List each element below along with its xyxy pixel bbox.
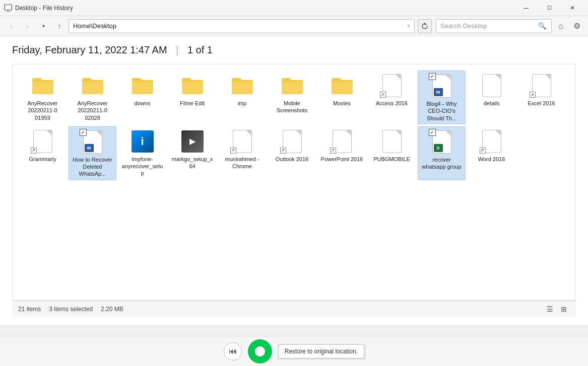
file-name: munirahmed - Chrome — [220, 156, 264, 170]
separator: | — [176, 44, 181, 55]
file-name: AnyRecover 20220211-0 02028 — [71, 100, 114, 121]
address-bar[interactable]: Home\Desktop ▾ — [69, 19, 415, 33]
list-view-button[interactable]: ☰ — [544, 303, 556, 315]
file-item[interactable]: AnyRecover 20220211-0 01959 — [19, 70, 67, 124]
file-item[interactable]: ↗ Word 2016 — [468, 126, 515, 180]
file-name: imp — [238, 100, 247, 107]
file-item[interactable]: ↗ Access 2016 — [368, 70, 416, 124]
page-info: 1 of 1 — [187, 44, 213, 55]
file-icon — [380, 129, 404, 154]
folder-icon — [280, 74, 304, 98]
folder-icon — [31, 74, 55, 98]
item-count: 21 items — [18, 306, 41, 313]
file-name: Grammarly — [29, 156, 56, 163]
titlebar: Desktop - File History — ☐ ✕ — [0, 0, 588, 16]
folder-icon — [330, 74, 354, 98]
up-button[interactable]: ↑ — [52, 19, 67, 33]
main-area: Friday, February 11, 2022 1:47 AM | 1 of… — [0, 36, 588, 325]
setup-icon: i — [130, 129, 155, 154]
word-file-icon: ✓ W — [430, 74, 454, 98]
file-name: imyfone-anyrecover_setup — [120, 156, 164, 177]
view-icons: ☰ ⊞ — [544, 303, 570, 315]
file-item[interactable]: Filme Edit — [168, 70, 216, 124]
selected-count: 3 items selected — [49, 306, 93, 313]
folder-icon — [230, 74, 254, 98]
back-button[interactable]: ‹ — [4, 19, 18, 33]
search-placeholder: Search Desktop — [440, 22, 537, 30]
app-icon — [4, 4, 12, 12]
file-name: How to Recover Deleted WhatsAp... — [71, 156, 114, 178]
file-name: Blog4 - Why CEO-CIO's Should Th... — [420, 100, 463, 122]
file-grid: AnyRecover 20220211-0 01959 AnyRecover 2… — [19, 70, 569, 180]
excel-file-icon: ✓ X — [430, 130, 454, 154]
minimize-button[interactable]: — — [514, 0, 538, 16]
folder-icon — [130, 74, 155, 98]
file-item[interactable]: details — [468, 70, 515, 124]
file-item[interactable]: PUBGMOBILE — [368, 126, 416, 180]
folder-icon — [180, 74, 205, 98]
forward-button[interactable]: › — [20, 19, 34, 33]
search-button[interactable]: 🔍 — [537, 21, 547, 31]
file-item[interactable]: Mobile Screenshots — [268, 70, 316, 124]
file-item[interactable]: ↗ Grammarly — [19, 126, 67, 180]
file-icon — [480, 74, 504, 98]
skip-to-start-button[interactable]: ⏮ — [224, 342, 242, 360]
file-item-recover[interactable]: ✓ X recover whatsapp group — [418, 126, 466, 180]
file-name: PowerPoint 2016 — [321, 156, 363, 163]
setup-icon: ▶ — [180, 129, 205, 154]
file-name: PUBGMOBILE — [373, 156, 410, 163]
file-item[interactable]: ↗ PowerPoint 2016 — [318, 126, 366, 180]
file-name: Filme Edit — [180, 100, 205, 107]
file-name: Mobile Screenshots — [270, 100, 314, 114]
search-bar[interactable]: Search Desktop 🔍 — [436, 19, 552, 33]
address-text: Home\Desktop — [73, 22, 407, 30]
file-name: AnyRecover 20220211-0 01959 — [21, 100, 64, 121]
date-header: Friday, February 11, 2022 1:47 AM | 1 of… — [12, 44, 576, 56]
home-button[interactable]: ⌂ — [554, 19, 568, 33]
file-item[interactable]: imp — [218, 70, 266, 124]
file-item[interactable]: i imyfone-anyrecover_setup — [118, 126, 166, 180]
file-item-blog4[interactable]: ✓ W Blog4 - Why CEO-CIO's Should Th... — [418, 70, 466, 124]
file-icon: ↗ — [330, 129, 354, 154]
file-name: markgo_setup_x64 — [170, 156, 214, 170]
word-file-icon: ✓ W — [81, 130, 105, 154]
restore-button[interactable] — [248, 339, 272, 363]
file-icon: ↗ — [530, 74, 554, 98]
file-item[interactable]: ▶ markgo_setup_x64 — [168, 126, 216, 180]
file-item[interactable]: AnyRecover 20220211-0 02028 — [69, 70, 116, 124]
maximize-button[interactable]: ☐ — [538, 0, 561, 16]
file-size: 2.20 MB — [101, 306, 123, 313]
file-name: Movies — [333, 100, 351, 107]
restore-label: Restore to original location. — [278, 344, 364, 358]
svg-rect-1 — [7, 10, 10, 11]
grid-view-button[interactable]: ⊞ — [558, 303, 570, 315]
file-icon: ↗ — [230, 129, 254, 154]
dropdown-button[interactable]: ▾ — [36, 19, 50, 33]
file-item[interactable]: ↗ Excel 2016 — [517, 70, 565, 124]
refresh-button[interactable] — [418, 19, 432, 33]
file-item[interactable]: ↗ munirahmed - Chrome — [218, 126, 266, 180]
file-item[interactable]: downs — [118, 70, 166, 124]
file-icon: ↗ — [380, 74, 404, 98]
window-title: Desktop - File History — [15, 5, 514, 12]
toolbar: ‹ › ▾ ↑ Home\Desktop ▾ Search Desktop 🔍 … — [0, 16, 588, 36]
folder-icon — [81, 74, 105, 98]
svg-rect-0 — [5, 5, 12, 10]
date-text: Friday, February 11, 2022 1:47 AM — [12, 44, 167, 55]
file-item-howto[interactable]: ✓ W How to Recover Deleted WhatsAp... — [69, 126, 116, 180]
window-controls: — ☐ ✕ — [514, 0, 584, 16]
svg-rect-2 — [6, 11, 11, 12]
file-item[interactable]: ↗ Outlook 2016 — [268, 126, 316, 180]
file-name: Word 2016 — [478, 156, 505, 163]
status-bar: 21 items 3 items selected 2.20 MB ☰ ⊞ — [12, 301, 576, 317]
file-item[interactable]: Movies — [318, 70, 366, 124]
file-name: Outlook 2016 — [276, 156, 308, 163]
file-name: Excel 2016 — [528, 100, 555, 107]
settings-button[interactable]: ⚙ — [570, 19, 584, 33]
file-name: recover whatsapp group — [420, 156, 463, 171]
file-browser: AnyRecover 20220211-0 01959 AnyRecover 2… — [12, 64, 576, 301]
close-button[interactable]: ✕ — [561, 0, 584, 16]
restore-bar: ⏮ Restore to original location. — [0, 336, 588, 366]
file-name: downs — [135, 100, 151, 107]
shortcut-icon: ↗ — [380, 92, 386, 98]
